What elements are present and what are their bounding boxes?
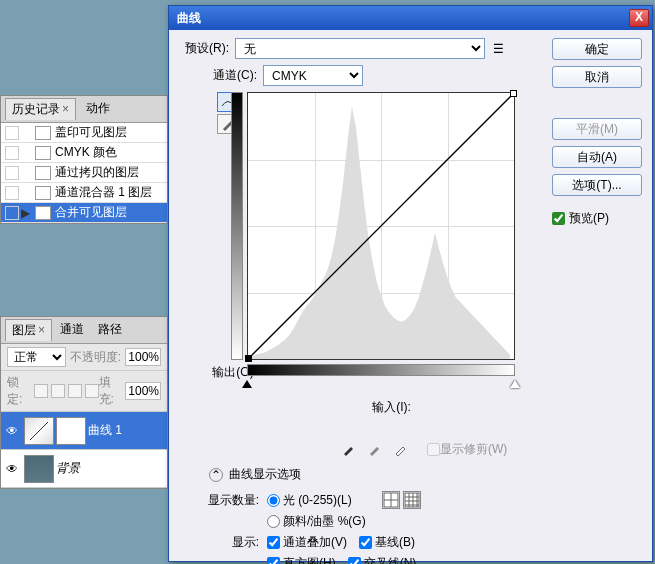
amount-label: 显示数量: [199, 492, 259, 509]
tab-paths[interactable]: 路径 [92, 319, 128, 341]
layer-icon [35, 166, 51, 180]
channel-label: 通道(C): [179, 67, 257, 84]
check-histogram[interactable]: 直方图(H) [267, 555, 336, 564]
history-item-label: 盖印可见图层 [55, 124, 127, 141]
svg-line-0 [30, 422, 48, 440]
close-icon[interactable]: × [38, 323, 45, 337]
lock-row: 锁定: 填充: [1, 371, 167, 412]
visibility-eye-icon[interactable]: 👁 [4, 462, 20, 476]
check-intersect[interactable]: 交叉线(N) [348, 555, 417, 564]
history-item[interactable]: CMYK 颜色 [1, 143, 167, 163]
curve-grid-wrapper [247, 92, 515, 360]
brush-arrow-icon: ▶ [21, 206, 31, 220]
preset-label: 预设(R): [179, 40, 229, 57]
curves-dialog: 曲线 X 预设(R): 无 ☰ 通道(C): CMYK [168, 5, 653, 562]
tab-layers[interactable]: 图层× [5, 319, 52, 341]
show-clipping-label: 显示修剪(W) [440, 441, 507, 458]
layer-name: 背景 [56, 460, 80, 477]
tab-channels[interactable]: 通道 [54, 319, 90, 341]
lock-pixels-icon[interactable] [51, 384, 65, 398]
visibility-eye-icon[interactable]: 👁 [4, 424, 20, 438]
grid-size-icons [382, 491, 421, 509]
blend-row: 正常 不透明度: [1, 344, 167, 371]
smooth-button[interactable]: 平滑(M) [552, 118, 642, 140]
lock-transparent-icon[interactable] [34, 384, 48, 398]
history-item-label: 通道混合器 1 图层 [55, 184, 152, 201]
layer-thumb-image[interactable] [24, 455, 54, 483]
dialog-title: 曲线 [177, 10, 629, 27]
layer-item[interactable]: 👁 背景 [1, 450, 167, 488]
eyedropper-gray-icon[interactable] [365, 440, 385, 458]
layer-mask-thumb[interactable] [56, 417, 86, 445]
radio-ink[interactable]: 颜料/油墨 %(G) [267, 513, 366, 530]
ink-row: 颜料/油墨 %(G) [199, 513, 544, 530]
preview-checkbox[interactable]: 预览(P) [552, 210, 642, 227]
preset-row: 预设(R): 无 ☰ [179, 38, 544, 59]
history-item[interactable]: 盖印可见图层 [1, 123, 167, 143]
white-point-slider[interactable] [510, 380, 520, 388]
history-item[interactable]: 通道混合器 1 图层 [1, 183, 167, 203]
layers-panel: 图层× 通道 路径 正常 不透明度: 锁定: 填充: 👁 曲线 1 👁 背景 [0, 316, 168, 489]
close-icon[interactable]: × [62, 102, 69, 116]
layer-item[interactable]: 👁 曲线 1 [1, 412, 167, 450]
layer-icon [35, 206, 51, 220]
grid-coarse-icon[interactable] [382, 491, 400, 509]
history-item[interactable]: 通过拷贝的图层 [1, 163, 167, 183]
eyedropper-white-icon[interactable] [391, 440, 411, 458]
layer-name: 曲线 1 [88, 422, 122, 439]
ok-button[interactable]: 确定 [552, 38, 642, 60]
opacity-label: 不透明度: [70, 349, 121, 366]
eyedropper-black-icon[interactable] [339, 440, 359, 458]
eyedropper-row: 显示修剪(W) [339, 440, 544, 458]
display-options-expander[interactable]: ⌃ 曲线显示选项 [209, 466, 544, 483]
preset-select[interactable]: 无 [235, 38, 485, 59]
snapshot-icon [5, 166, 19, 180]
curve-point-black[interactable] [245, 355, 252, 362]
snapshot-icon [5, 186, 19, 200]
fill-input[interactable] [125, 382, 161, 400]
channel-select[interactable]: CMYK [263, 65, 363, 86]
tab-history-label: 历史记录 [12, 102, 60, 116]
grid-fine-icon[interactable] [403, 491, 421, 509]
preset-menu-icon[interactable]: ☰ [489, 40, 507, 58]
layer-icon [35, 146, 51, 160]
history-panel: 历史记录× 动作 盖印可见图层 CMYK 颜色 通过拷贝的图层 通道混合器 1 … [0, 95, 168, 224]
options-button[interactable]: 选项(T)... [552, 174, 642, 196]
output-gradient [231, 92, 243, 360]
auto-button[interactable]: 自动(A) [552, 146, 642, 168]
blend-mode-select[interactable]: 正常 [7, 347, 66, 367]
show-row1: 显示: 通道叠加(V) 基线(B) [199, 534, 544, 551]
radio-ink-label: 颜料/油墨 %(G) [283, 513, 366, 530]
main-column: 预设(R): 无 ☰ 通道(C): CMYK [179, 38, 544, 564]
show-clipping-checkbox[interactable]: 显示修剪(W) [427, 441, 507, 458]
expander-label: 曲线显示选项 [229, 466, 301, 483]
opacity-input[interactable] [125, 348, 161, 366]
radio-light[interactable]: 光 (0-255)(L) [267, 492, 352, 509]
lock-position-icon[interactable] [68, 384, 82, 398]
check-intersect-label: 交叉线(N) [364, 555, 417, 564]
side-buttons: 确定 取消 平滑(M) 自动(A) 选项(T)... 预览(P) [552, 38, 642, 564]
lock-all-icon[interactable] [85, 384, 99, 398]
show-label: 显示: [199, 534, 259, 551]
input-label-row: 输入(I): [239, 399, 544, 416]
curve-grid[interactable] [247, 92, 515, 360]
close-button[interactable]: X [629, 9, 649, 27]
tab-actions[interactable]: 动作 [80, 98, 116, 120]
fill-label: 填充: [99, 374, 122, 408]
cancel-button[interactable]: 取消 [552, 66, 642, 88]
check-overlay-label: 通道叠加(V) [283, 534, 347, 551]
titlebar[interactable]: 曲线 X [169, 6, 652, 30]
curve-point-white[interactable] [510, 90, 517, 97]
preview-label: 预览(P) [569, 210, 609, 227]
check-overlay[interactable]: 通道叠加(V) [267, 534, 347, 551]
layer-icon [35, 186, 51, 200]
input-label: 输入(I): [372, 400, 411, 414]
check-baseline-label: 基线(B) [375, 534, 415, 551]
layer-thumb-adjustment[interactable] [24, 417, 54, 445]
svg-line-2 [248, 93, 514, 359]
snapshot-icon [5, 146, 19, 160]
black-point-slider[interactable] [242, 380, 252, 388]
history-item[interactable]: ▶合并可见图层 [1, 203, 167, 223]
check-baseline[interactable]: 基线(B) [359, 534, 415, 551]
tab-history[interactable]: 历史记录× [5, 98, 76, 120]
